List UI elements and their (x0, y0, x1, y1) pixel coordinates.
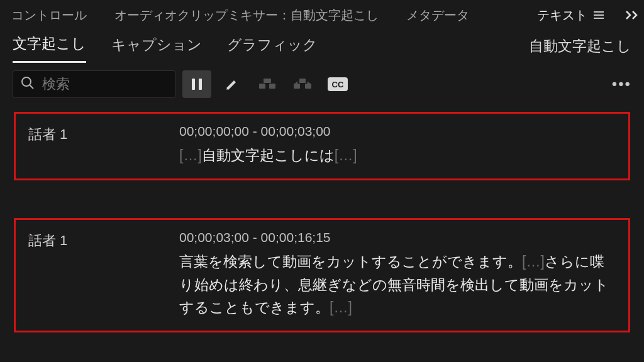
edit-pencil-button[interactable] (218, 70, 247, 98)
segment-timecode: 00;00;00;00 - 00;00;03;00 (179, 124, 616, 139)
overflow-chevrons-icon[interactable] (625, 10, 639, 20)
svg-rect-9 (264, 79, 271, 83)
insert-pause-button[interactable] (182, 70, 211, 98)
ellipsis-post: […] (335, 147, 357, 163)
segment-text-a: 言葉を検索して動画をカットすることができます。 (179, 253, 522, 270)
subtab-transcribe[interactable]: 文字起こし (13, 29, 86, 63)
ellipsis-pre: […] (179, 147, 202, 163)
segment-text-content: 自動文字起こしには (202, 147, 335, 163)
transcript-segment[interactable]: 話者 1 00;00;00;00 - 00;00;03;00 […]自動文字起こ… (14, 112, 630, 180)
svg-line-4 (30, 85, 33, 89)
subtab-graphics[interactable]: グラフィック (227, 30, 318, 62)
search-box[interactable] (13, 70, 176, 98)
transcript-list: 話者 1 00;00;00;00 - 00;00;03;00 […]自動文字起こ… (0, 103, 644, 362)
segment-timecode: 00;00;03;00 - 00;00;16;15 (179, 230, 616, 245)
segment-body: 00;00;03;00 - 00;00;16;15 言葉を検索して動画をカットす… (179, 230, 616, 319)
cc-text: CC (332, 80, 344, 89)
auto-transcribe-label[interactable]: 自動文字起こし (529, 36, 631, 56)
segment-body: 00;00;00;00 - 00;00;03;00 […]自動文字起こしには[…… (179, 124, 616, 167)
ellipsis-post: […] (330, 299, 352, 315)
overflow-menu-icon[interactable]: ••• (612, 75, 631, 93)
panel-menu-icon[interactable] (594, 11, 604, 19)
search-input[interactable] (42, 76, 168, 92)
tab-text-label: テキスト (537, 7, 587, 24)
merge-segments-button[interactable] (253, 70, 282, 98)
svg-rect-5 (192, 79, 195, 90)
svg-rect-8 (269, 84, 275, 89)
svg-rect-12 (299, 79, 306, 83)
tab-audio-mixer[interactable]: オーディオクリップミキサー：自動文字起こし (108, 1, 385, 30)
transcript-segment[interactable]: 話者 1 00;00;03;00 - 00;00;16;15 言葉を検索して動画… (14, 218, 630, 332)
search-icon (21, 76, 35, 92)
speaker-label[interactable]: 話者 1 (28, 124, 154, 167)
captions-cc-button[interactable]: CC (323, 70, 352, 98)
segment-text[interactable]: 言葉を検索して動画をカットすることができます。[…]さらに喋り始めは終わり、息継… (179, 250, 616, 319)
ellipsis-mid: […] (522, 253, 545, 270)
subtab-captions[interactable]: キャプション (111, 30, 202, 62)
split-segment-button[interactable] (288, 70, 317, 98)
tab-metadata[interactable]: メタデータ (400, 1, 475, 30)
svg-point-3 (22, 77, 31, 86)
speaker-label[interactable]: 話者 1 (28, 230, 154, 319)
svg-rect-6 (199, 79, 202, 90)
segment-text[interactable]: […]自動文字起こしには[…] (179, 144, 616, 167)
svg-rect-7 (259, 84, 265, 89)
tab-control[interactable]: コントロール (5, 1, 93, 30)
tab-text[interactable]: テキスト (531, 1, 610, 30)
